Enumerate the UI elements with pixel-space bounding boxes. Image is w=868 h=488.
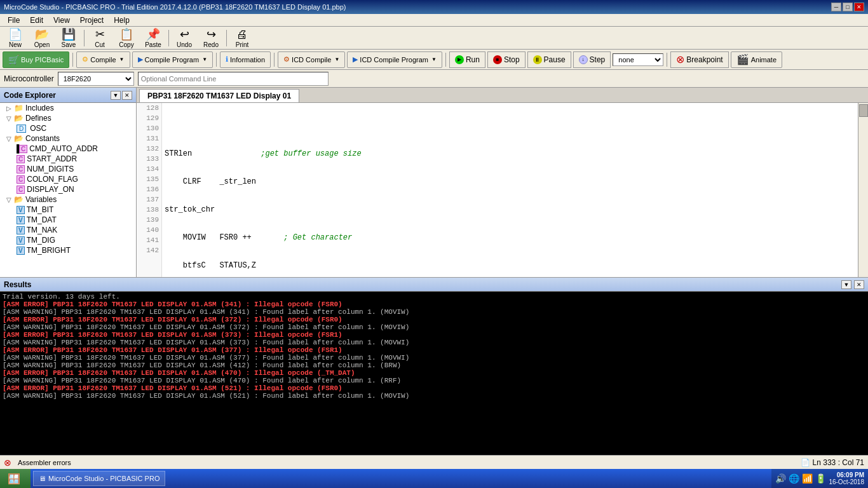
tree-node-tm-bright[interactable]: V TM_BRIGHT — [0, 245, 136, 255]
animate-icon: 🎬 — [736, 53, 749, 65]
undo-button[interactable]: ↩ Undo — [172, 29, 197, 48]
tray-icon-1: 🔊 — [775, 473, 786, 484]
breakpoint-button[interactable]: ⊗ Breakpoint — [670, 51, 728, 68]
result-line-4: [ASM WARNING] PBP31 18F2620 TM1637 LED D… — [3, 323, 865, 331]
line-num-140: 140 — [137, 225, 161, 235]
icd-compile-program-button[interactable]: ▶ ICD Compile Program ▼ — [347, 51, 442, 68]
copy-button[interactable]: 📋 Copy — [114, 29, 139, 48]
result-line-1: [ASM ERROR] PBP31 18F2620 TM1637 LED DIS… — [3, 301, 865, 308]
compile-dropdown-arrow: ▼ — [119, 57, 125, 62]
minimize-button[interactable]: ─ — [831, 3, 841, 11]
code-explorer-close-btn[interactable]: ✕ — [122, 91, 132, 100]
paste-button[interactable]: 📌 Paste — [140, 29, 166, 48]
variables-toggle[interactable]: ▽ — [4, 196, 14, 203]
open-button[interactable]: 📂 Open — [29, 29, 55, 48]
taskbar: 🪟 🖥 MicroCode Studio - PICBASIC PRO 🔊 🌐 … — [0, 469, 868, 488]
optional-cmd-input[interactable] — [138, 72, 329, 86]
print-button[interactable]: 🖨 Print — [229, 29, 255, 48]
tm-dat-icon: V — [17, 216, 25, 224]
defines-toggle[interactable]: ▽ — [4, 115, 14, 122]
includes-toggle[interactable]: ▷ — [4, 105, 14, 112]
results-panel: Results ▼ ✕ Trial version. 13 days left.… — [0, 277, 868, 455]
menu-edit[interactable]: Edit — [25, 15, 48, 26]
code-explorer-header-btns: ▼ ✕ — [111, 91, 132, 100]
info-icon: ℹ — [226, 55, 228, 64]
tb2-sep-3 — [274, 53, 275, 67]
results-header: Results ▼ ✕ — [0, 278, 868, 292]
stop-button[interactable]: ■ Stop — [487, 51, 526, 68]
cut-button[interactable]: ✂ Cut — [87, 29, 112, 48]
tab-bar: PBP31 18F2620 TM1637 LED Display 01 — [137, 88, 868, 103]
tree-node-constants[interactable]: ▽ 📂 Constants — [0, 133, 136, 144]
run-button[interactable]: ▶ Run — [449, 51, 485, 68]
tree-node-osc[interactable]: D OSC — [0, 123, 136, 133]
right-panel: PBP31 18F2620 TM1637 LED Display 01 128 … — [137, 88, 868, 277]
tree-node-tm-dig[interactable]: V TM_DIG — [0, 235, 136, 245]
copy-icon: 📋 — [119, 27, 133, 41]
code-line-132: MOVIW FSR0 ++ ; Get character — [165, 233, 855, 243]
tree-node-start-addr[interactable]: C START_ADDR — [0, 154, 136, 164]
code-line-128 — [165, 121, 855, 131]
save-button[interactable]: 💾 Save — [56, 29, 81, 48]
compile-button[interactable]: ⚙ Compile ▼ — [76, 51, 130, 68]
tree-node-colon-flag[interactable]: C COLON_FLAG — [0, 174, 136, 184]
close-button[interactable]: ✕ — [854, 3, 864, 11]
new-button[interactable]: 📄 New — [3, 29, 28, 48]
animate-button[interactable]: 🎬 Animate — [731, 51, 782, 68]
icd-compile-button[interactable]: ⚙ ICD Compile ▼ — [278, 51, 345, 68]
position-text: Ln 333 : Col 71 — [813, 458, 864, 467]
results-close-btn[interactable]: ✕ — [854, 280, 864, 289]
start-button[interactable]: 🪟 — [0, 469, 31, 488]
tm-nak-label: TM_NAK — [27, 226, 58, 234]
line-num-128: 128 — [137, 103, 161, 113]
none-select[interactable]: none — [613, 53, 663, 66]
tray-icon-4: 🔋 — [815, 473, 826, 484]
clock-area: 06:09 PM 16-Oct-2018 — [829, 471, 864, 485]
redo-button[interactable]: ↪ Redo — [198, 29, 224, 48]
pause-button[interactable]: ⏸ Pause — [527, 51, 571, 68]
tree-node-tm-dat[interactable]: V TM_DAT — [0, 215, 136, 225]
tree-node-variables[interactable]: ▽ 📂 Variables — [0, 194, 136, 205]
constants-toggle[interactable]: ▽ — [4, 135, 14, 142]
taskbar-app-label: MicroCode Studio - PICBASIC PRO — [48, 475, 159, 482]
tree-node-num-digits[interactable]: C NUM_DIGITS — [0, 164, 136, 174]
menu-help[interactable]: Help — [109, 15, 135, 26]
menu-file[interactable]: File — [3, 15, 25, 26]
information-button[interactable]: ℹ Information — [220, 51, 271, 68]
taskbar-apps: 🖥 MicroCode Studio - PICBASIC PRO — [31, 471, 771, 486]
maximize-button[interactable]: □ — [843, 3, 853, 11]
tree-node-cmd-auto-addr[interactable]: ▐ C CMD_AUTO_ADDR — [0, 144, 136, 154]
taskbar-app-microcode[interactable]: 🖥 MicroCode Studio - PICBASIC PRO — [33, 471, 165, 486]
line-num-139: 139 — [137, 215, 161, 225]
step-button[interactable]: ↓ Step — [573, 51, 611, 68]
tree-node-tm-bit[interactable]: V TM_BIT — [0, 205, 136, 215]
left-panel: Code Explorer ▼ ✕ ▷ 📁 Includes ▽ — [0, 88, 137, 277]
cmd-auto-addr-label: CMD_AUTO_ADDR — [29, 144, 98, 153]
line-num-138: 138 — [137, 205, 161, 215]
tree-node-tm-nak[interactable]: V TM_NAK — [0, 225, 136, 235]
line-num-134: 134 — [137, 164, 161, 174]
tm-bit-icon: V — [17, 206, 25, 214]
tree-node-defines[interactable]: ▽ 📂 Defines — [0, 113, 136, 123]
results-content[interactable]: Trial version. 13 days left. [ASM ERROR]… — [0, 292, 868, 455]
line-num-133: 133 — [137, 154, 161, 164]
buy-picbasic-button[interactable]: 🛒 Buy PICBasic — [3, 51, 69, 68]
result-line-8: [ASM WARNING] PBP31 18F2620 TM1637 LED D… — [3, 354, 865, 362]
tree-node-includes[interactable]: ▷ 📁 Includes — [0, 103, 136, 113]
mc-select[interactable]: 18F2620 — [58, 72, 134, 86]
error-icon: ⊗ — [4, 458, 11, 468]
tm-nak-icon: V — [17, 226, 25, 234]
code-explorer-dropdown-btn[interactable]: ▼ — [111, 91, 121, 100]
defines-folder-icon: 📂 — [14, 114, 24, 123]
main-tab[interactable]: PBP31 18F2620 TM1637 LED Display 01 — [139, 89, 299, 102]
menu-project[interactable]: Project — [75, 15, 109, 26]
editor-scrollbar[interactable] — [858, 103, 868, 277]
compile-program-button[interactable]: ▶ Compile Program ▼ — [132, 51, 214, 68]
tree-node-display-on[interactable]: C DISPLAY_ON — [0, 184, 136, 194]
menu-view[interactable]: View — [48, 15, 75, 26]
pause-icon: ⏸ — [533, 55, 542, 64]
icd-dropdown-arrow: ▼ — [334, 57, 339, 62]
results-dropdown-btn[interactable]: ▼ — [841, 280, 851, 289]
icd-compile-program-dropdown-arrow: ▼ — [431, 57, 437, 62]
code-content[interactable]: STRlen ;get buffer usage size CLRF _str_… — [162, 103, 858, 277]
